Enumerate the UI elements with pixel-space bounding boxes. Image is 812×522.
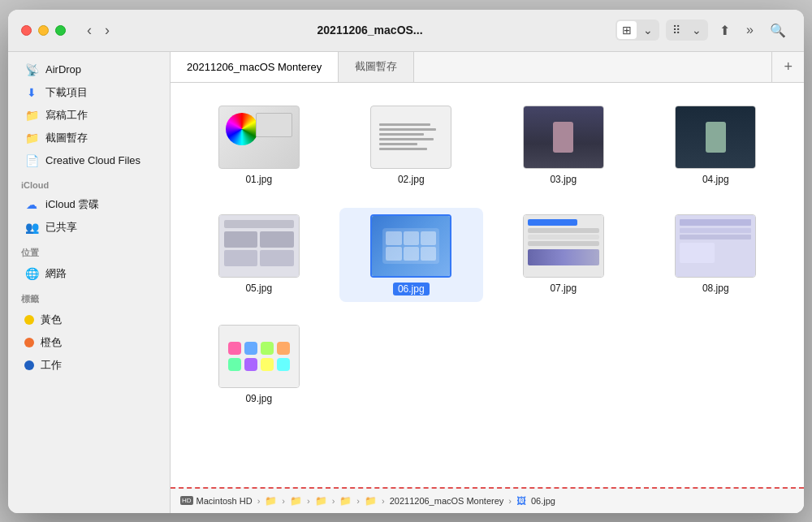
hd-icon: HD [180, 496, 193, 505]
main-area: 📡 AirDrop ⬇ 下載項目 📁 寫稿工作 📁 截圖暫存 📄 Creativ… [8, 52, 804, 513]
tag-work-dot [24, 360, 34, 370]
breadcrumb-sep-4: › [332, 496, 335, 506]
doc-content [676, 215, 755, 277]
tag-yellow-dot [24, 315, 34, 325]
sidebar-item-network[interactable]: 🌐 網路 [11, 262, 166, 285]
breadcrumb-sep-7: › [508, 496, 512, 506]
file-item-06[interactable]: 06.jpg [339, 208, 484, 302]
sidebar-item-airdrop-label: AirDrop [45, 63, 81, 75]
file-item-05[interactable]: 05.jpg [187, 208, 331, 302]
network-icon: 🌐 [24, 266, 39, 281]
sidebar-item-shared[interactable]: 👥 已共享 [11, 216, 166, 239]
breadcrumb-sep-3: › [307, 496, 310, 506]
section-icloud: iCloud [8, 172, 170, 193]
file-item-09[interactable]: 09.jpg [187, 318, 331, 411]
phone-shape-2 [706, 122, 726, 153]
file-thumb-03 [523, 106, 604, 169]
share-button[interactable]: ⬆ [715, 19, 735, 41]
color-wheel-icon [226, 113, 258, 145]
breadcrumb-sep-1: › [257, 496, 261, 506]
nav-buttons: ‹ › [82, 19, 114, 42]
sidebar-item-tag-orange[interactable]: 橙色 [11, 331, 166, 354]
breadcrumb: HD Macintosh HD [180, 496, 253, 506]
sidebar-item-downloads[interactable]: ⬇ 下載項目 [11, 81, 166, 104]
sidebar-item-creative-cloud-label: Creative Cloud Files [45, 154, 140, 166]
file-thumb-04 [675, 106, 756, 169]
tab-add-icon: + [784, 58, 793, 75]
sidebar-item-writing-label: 寫稿工作 [45, 108, 88, 123]
file-thumb-02 [370, 106, 451, 169]
view-toggle: ⊞ ⌄ [615, 19, 659, 41]
tab-screenshots-label: 截圖暫存 [355, 59, 397, 74]
downloads-icon: ⬇ [24, 85, 39, 100]
sidebar-item-network-label: 網路 [45, 266, 67, 281]
file-name-04: 04.jpg [702, 174, 729, 185]
grid-view-button[interactable]: ⊞ [617, 21, 637, 39]
desktop-screenshot [219, 215, 299, 277]
airdrop-icon: 📡 [24, 63, 39, 77]
titlebar: ‹ › 20211206_macOS... ⊞ ⌄ ⠿ ⌄ ⬆ » 🔍 [8, 10, 804, 52]
sidebar-item-creative-cloud[interactable]: 📄 Creative Cloud Files [11, 149, 166, 172]
file-item-02[interactable]: 02.jpg [339, 99, 484, 192]
screenshot-content [524, 215, 603, 277]
breadcrumb-file-icon: 🖼 [516, 495, 526, 507]
app-grid-button[interactable]: ⠿ [667, 21, 685, 39]
back-button[interactable]: ‹ [82, 19, 97, 42]
file-name-06: 06.jpg [393, 283, 430, 296]
sidebar-item-tag-yellow[interactable]: 黃色 [11, 308, 166, 331]
file-thumb-01 [218, 106, 300, 169]
tag-orange-dot [24, 338, 34, 347]
file-item-04[interactable]: 04.jpg [644, 99, 788, 192]
sidebar-item-airdrop[interactable]: 📡 AirDrop [11, 58, 166, 81]
app-view-toggle[interactable]: ⌄ [687, 21, 706, 39]
finder-window: ‹ › 20211206_macOS... ⊞ ⌄ ⠿ ⌄ ⬆ » 🔍 📡 Ai… [8, 10, 804, 513]
sidebar-item-writing[interactable]: 📁 寫稿工作 [11, 104, 166, 127]
file-name-07: 07.jpg [550, 283, 577, 294]
breadcrumb-sep-2: › [282, 496, 285, 506]
window-title: 20211206_macOS... [124, 24, 615, 37]
breadcrumb-folder-icon-2: 📁 [290, 495, 302, 507]
file-grid: 01.jpg 02.jpg [171, 83, 804, 487]
screenshots-folder-icon: 📁 [24, 131, 39, 145]
breadcrumb-folder-icon-4: 📁 [339, 495, 352, 507]
sidebar-item-tag-work-label: 工作 [41, 358, 62, 373]
sidebar-item-screenshots[interactable]: 📁 截圖暫存 [11, 127, 166, 149]
sidebar-item-tag-work[interactable]: 工作 [11, 354, 166, 377]
file-thumb-07 [523, 214, 604, 278]
sidebar-item-icloud-drive[interactable]: ☁ iCloud 雲碟 [11, 193, 166, 216]
app-icons-grid [228, 342, 290, 371]
file-item-01[interactable]: 01.jpg [187, 99, 331, 192]
file-item-07[interactable]: 07.jpg [491, 208, 636, 302]
sidebar-item-screenshots-label: 截圖暫存 [45, 131, 88, 145]
tabbar: 20211206_macOS Monterey 截圖暫存 + [171, 52, 804, 83]
tab-screenshots[interactable]: 截圖暫存 [339, 52, 414, 82]
tab-add-button[interactable]: + [771, 52, 804, 82]
tab-macos-monterey[interactable]: 20211206_macOS Monterey [171, 52, 339, 82]
breadcrumb-sep-5: › [356, 496, 360, 506]
statusbar: HD Macintosh HD › 📁 › 📁 › 📁 › 📁 › 📁 › 20… [171, 487, 804, 513]
sidebar-item-icloud-drive-label: iCloud 雲碟 [45, 197, 99, 212]
minimize-button[interactable] [38, 25, 49, 36]
file-name-02: 02.jpg [398, 174, 425, 185]
close-button[interactable] [21, 25, 32, 36]
phone-shape [553, 122, 573, 153]
app-grid [382, 228, 439, 264]
file-thumb-05 [218, 214, 300, 278]
traffic-lights [21, 25, 66, 36]
breadcrumb-folder-icon-3: 📁 [315, 495, 327, 507]
file-item-08[interactable]: 08.jpg [644, 208, 788, 302]
search-button[interactable]: 🔍 [765, 19, 791, 41]
macintosh-hd-label: Macintosh HD [197, 496, 253, 506]
breadcrumb-folder-label: 20211206_macOS Monterey [390, 496, 504, 506]
file-name-01: 01.jpg [245, 174, 272, 185]
maximize-button[interactable] [55, 25, 66, 36]
more-button[interactable]: » [741, 19, 758, 41]
file-item-03[interactable]: 03.jpg [491, 99, 636, 192]
list-view-button[interactable]: ⌄ [638, 21, 658, 39]
file-thumb-09 [218, 325, 300, 388]
forward-button[interactable]: › [100, 19, 114, 42]
file-name-03: 03.jpg [550, 174, 577, 185]
writing-folder-icon: 📁 [24, 108, 39, 123]
section-tags: 標籤 [8, 285, 170, 308]
view-toggle-2: ⠿ ⌄ [666, 19, 708, 41]
